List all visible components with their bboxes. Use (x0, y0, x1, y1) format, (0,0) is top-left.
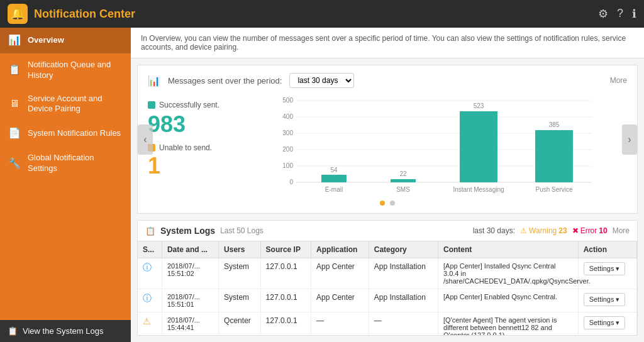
cell-content: [App Center] Enabled Qsync Central. (438, 289, 579, 312)
sidebar-icon-global-notification: 🔧 (8, 157, 21, 170)
error-circle-icon: ✖ (572, 226, 579, 235)
sidebar-item-notification-queue[interactable]: 📋 Notification Queue and History (0, 53, 131, 87)
cell-users: Qcenter (219, 312, 260, 336)
col-date: Date and ... (162, 241, 218, 258)
sidebar-item-service-account[interactable]: 🖥 Service Account and Device Pairing (0, 87, 131, 121)
sidebar-icon-system-notification: 📄 (8, 127, 21, 140)
svg-text:SMS: SMS (396, 186, 410, 193)
chart-next-arrow[interactable]: › (622, 124, 637, 155)
chart-more-link[interactable]: More (610, 76, 627, 85)
svg-text:Push Service: Push Service (536, 186, 573, 193)
sent-count: 983 (148, 113, 230, 136)
chart-legend: Successfully sent. 983 Unable to send. 1 (148, 94, 230, 197)
chart-section: 📊 Messages sent over the period: last 30… (137, 65, 638, 214)
col-application: Application (311, 241, 369, 258)
table-row: ⓘ 2018/07/... 15:51:01 System 127.0.0.1 … (138, 289, 637, 312)
cell-application: App Center (311, 258, 369, 289)
table-row: ⚠ 2018/07/... 15:44:41 Qcenter 127.0.0.1… (138, 312, 637, 336)
logs-icon: 📋 (145, 226, 155, 236)
sidebar-label-service-account: Service Account and Device Pairing (28, 94, 123, 115)
cell-content: [Q'center Agent] The agent version is di… (438, 312, 579, 336)
app-header: 🔔 Notification Center ⚙ ? ℹ (0, 0, 644, 28)
dot-1[interactable] (380, 201, 385, 206)
svg-text:0: 0 (289, 179, 293, 185)
info-icon: ⓘ (143, 293, 152, 303)
cell-action: Settings (578, 289, 636, 312)
svg-text:54: 54 (330, 167, 338, 174)
cell-date: 2018/07/... 15:44:41 (162, 312, 218, 336)
sidebar: 📊 Overview 📋 Notification Queue and Hist… (0, 28, 131, 342)
cell-users: System (219, 258, 260, 289)
cell-source-ip: 127.0.0.1 (260, 258, 311, 289)
logs-section: 📋 System Logs Last 50 Logs last 30 days:… (137, 220, 638, 336)
logs-title: System Logs (160, 226, 215, 236)
cell-source-ip: 127.0.0.1 (260, 312, 311, 336)
settings-button[interactable]: Settings (584, 316, 626, 329)
main-content: In Overview, you can view the number of … (131, 28, 644, 342)
warning-badge: ⚠ Warning 23 (520, 226, 567, 235)
col-users: Users (219, 241, 260, 258)
settings-button[interactable]: Settings (584, 293, 626, 306)
warning-label: Warning (529, 226, 557, 235)
settings-button[interactable]: Settings (584, 262, 626, 275)
cell-application: — (311, 312, 369, 336)
svg-text:200: 200 (282, 146, 293, 153)
sidebar-icon-notification-queue: 📋 (8, 63, 21, 77)
sidebar-icon-overview: 📊 (8, 34, 21, 47)
dot-2[interactable] (390, 201, 395, 206)
info-icon[interactable]: ℹ (632, 7, 636, 21)
logs-table: S... Date and ... Users Source IP Applic… (138, 241, 637, 335)
cell-category: — (369, 312, 438, 336)
period-select[interactable]: last 30 days last 7 days last 90 days (289, 73, 354, 88)
cell-status: ⓘ (138, 289, 162, 312)
cell-content: [App Center] Installed Qsync Central 3.0… (438, 258, 579, 289)
logs-more-link[interactable]: More (613, 226, 630, 235)
col-action: Action (578, 241, 636, 258)
table-row: ⓘ 2018/07/... 15:51:02 System 127.0.0.1 … (138, 258, 637, 289)
cell-date: 2018/07/... 15:51:01 (162, 289, 218, 312)
app-logo: 🔔 (8, 4, 28, 24)
svg-rect-18 (460, 111, 497, 182)
logs-header: 📋 System Logs Last 50 Logs last 30 days:… (138, 221, 637, 241)
sent-label: Successfully sent. (159, 101, 219, 109)
wrench-icon[interactable]: ⚙ (598, 7, 608, 21)
help-icon[interactable]: ? (617, 7, 623, 21)
logs-subtitle: Last 50 Logs (220, 226, 264, 235)
warn-icon: ⚠ (143, 316, 151, 326)
error-label: Error (580, 226, 597, 235)
cell-date: 2018/07/... 15:51:02 (162, 258, 218, 289)
unable-label: Unable to send. (159, 143, 212, 152)
col-source-ip: Source IP (260, 241, 311, 258)
col-category: Category (369, 241, 438, 258)
chart-title: Messages sent over the period: (168, 76, 282, 86)
chart-prev-arrow[interactable]: ‹ (138, 124, 153, 155)
error-badge: ✖ Error 10 (572, 226, 608, 235)
cell-category: App Installation (369, 258, 438, 289)
view-system-logs-button[interactable]: 📋 View the System Logs (0, 320, 131, 342)
logs-footer-label: View the System Logs (23, 326, 103, 336)
svg-text:22: 22 (399, 170, 407, 177)
sidebar-item-system-notification[interactable]: 📄 System Notification Rules (0, 121, 131, 146)
chart-icon: 📊 (148, 75, 160, 87)
sent-dot (148, 101, 155, 109)
overview-description: In Overview, you can view the number of … (131, 28, 644, 58)
chart-body: Successfully sent. 983 Unable to send. 1 (148, 94, 627, 197)
col-status: S... (138, 241, 162, 258)
svg-rect-21 (535, 130, 573, 182)
warning-count: 23 (558, 226, 567, 235)
sidebar-item-overview[interactable]: 📊 Overview (0, 28, 131, 53)
cell-category: App Installation (369, 289, 438, 312)
sidebar-label-notification-queue: Notification Queue and History (28, 60, 123, 81)
svg-text:E-mail: E-mail (325, 186, 343, 193)
chart-pagination (148, 201, 627, 206)
svg-text:Instant Messaging: Instant Messaging (453, 186, 504, 193)
bar-chart: 0 100 200 300 400 500 54 E-mail 22 SMS (242, 94, 627, 197)
header-icons: ⚙ ? ℹ (598, 7, 636, 21)
sidebar-item-global-notification[interactable]: 🔧 Global Notification Settings (0, 146, 131, 180)
cell-users: System (219, 289, 260, 312)
main-layout: 📊 Overview 📋 Notification Queue and Hist… (0, 28, 644, 342)
sent-legend-item: Successfully sent. (148, 101, 230, 109)
table-header-row: S... Date and ... Users Source IP Applic… (138, 241, 637, 258)
sidebar-label-overview: Overview (28, 35, 64, 46)
logs-table-wrapper: S... Date and ... Users Source IP Applic… (138, 241, 637, 335)
